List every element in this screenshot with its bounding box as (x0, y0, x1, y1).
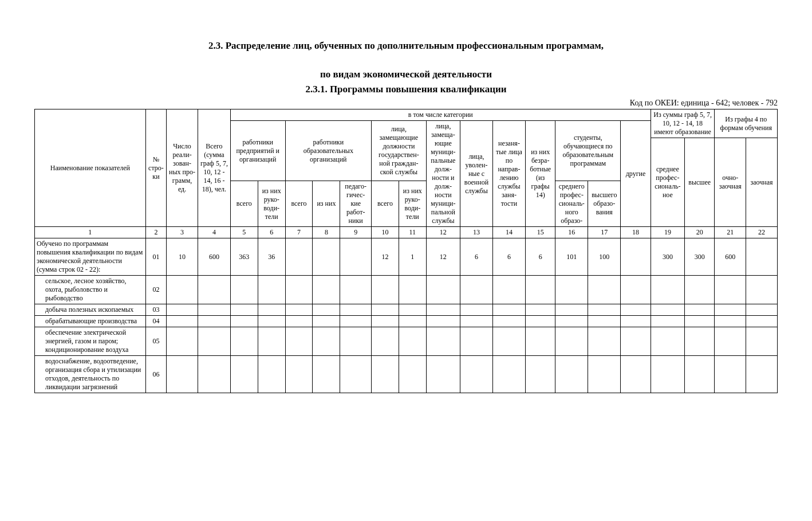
cell (588, 356, 621, 393)
cell (340, 327, 372, 356)
row-name: обрабатывающие производства (35, 316, 146, 327)
cell (651, 327, 684, 356)
cell (621, 304, 651, 316)
coln-14: 14 (492, 227, 525, 238)
hdr-state: лица, замещающие должности государствен-… (372, 121, 427, 181)
hdr-name: Наименование показателей (35, 109, 146, 227)
cell (198, 276, 230, 304)
cell (525, 304, 555, 316)
cell (685, 356, 715, 393)
cell (492, 316, 525, 327)
cell (340, 276, 372, 304)
cell (258, 304, 285, 316)
cell (399, 304, 426, 316)
cell: 6 (460, 238, 492, 276)
cell: 02 (145, 276, 166, 304)
hdr-edu-ped: педаго-гичес-кие работ-ники (340, 181, 372, 227)
hdr-edu-ofthem: из них (313, 181, 340, 227)
hdr-distance: заочная (746, 138, 778, 227)
cell (340, 316, 372, 327)
coln-1: 1 (35, 227, 146, 238)
hdr-ent-total: всего (230, 181, 258, 227)
coln-22: 22 (746, 227, 778, 238)
cell: 101 (555, 238, 588, 276)
cell (746, 316, 778, 327)
cell (399, 276, 426, 304)
coln-8: 8 (313, 227, 340, 238)
cell (258, 356, 285, 393)
cell: 01 (145, 238, 166, 276)
coln-2: 2 (145, 227, 166, 238)
cell (621, 276, 651, 304)
coln-21: 21 (715, 227, 746, 238)
hdr-edu: работники образовательных организаций (285, 121, 371, 181)
cell (621, 327, 651, 356)
cell (313, 276, 340, 304)
hdr-higher: высшее (685, 138, 715, 227)
cell (285, 238, 313, 276)
hdr-of-unemp: из них безра-ботные (из графы 14) (525, 121, 555, 227)
hdr-unemp: незаня-тые лица по направ-лению службы з… (492, 121, 525, 227)
cell (715, 327, 746, 356)
hdr-stud-vo: высшего образо-вания (588, 181, 621, 227)
cell (372, 327, 399, 356)
cell: 12 (372, 238, 399, 276)
cell (399, 327, 426, 356)
hdr-military: лица, уволен-ные с военной службы (460, 121, 492, 227)
coln-18: 18 (621, 227, 651, 238)
title-line-2: по видам экономической деятельности (34, 69, 778, 80)
cell (460, 276, 492, 304)
hdr-others: другие (621, 121, 651, 227)
cell (525, 356, 555, 393)
cell (651, 316, 684, 327)
cell (685, 327, 715, 356)
coln-9: 9 (340, 227, 372, 238)
cell (685, 304, 715, 316)
cell (399, 356, 426, 393)
cell (460, 304, 492, 316)
cell (167, 316, 198, 327)
hdr-state-total: всего (372, 181, 399, 227)
cell (588, 327, 621, 356)
coln-4: 4 (198, 227, 230, 238)
cell (555, 327, 588, 356)
hdr-ent-mgr: из них руко-води-тели (258, 181, 285, 227)
cell (460, 327, 492, 356)
cell: 10 (167, 238, 198, 276)
cell (746, 327, 778, 356)
cell (285, 304, 313, 316)
cell (621, 356, 651, 393)
cell (492, 327, 525, 356)
row-name: добыча полезных ископаемых (35, 304, 146, 316)
coln-16: 16 (555, 227, 588, 238)
hdr-spo: среднее профес-сиональ-ное (651, 138, 684, 227)
cell (525, 327, 555, 356)
cell: 300 (651, 238, 684, 276)
coln-5: 5 (230, 227, 258, 238)
cell (651, 276, 684, 304)
hdr-edu-total: всего (285, 181, 313, 227)
cell (198, 356, 230, 393)
cell (285, 316, 313, 327)
table-row: Обучено по программам повышения квалифик… (35, 238, 778, 276)
coln-11: 11 (399, 227, 426, 238)
table-row: водоснабжение, водоотведение, организаци… (35, 356, 778, 393)
cell (372, 316, 399, 327)
title-line-1: 2.3. Распределение лиц, обученных по доп… (34, 40, 778, 52)
coln-20: 20 (685, 227, 715, 238)
cell (715, 304, 746, 316)
cell (426, 327, 460, 356)
cell (372, 356, 399, 393)
hdr-state-mgr: из них руко-води-тели (399, 181, 426, 227)
hdr-students: студенты, обучающиеся по образовательным… (555, 121, 621, 181)
cell (340, 238, 372, 276)
row-name: сельское, лесное хозяйство, охота, рыбол… (35, 276, 146, 304)
row-name: водоснабжение, водоотведение, организаци… (35, 356, 146, 393)
cell (230, 327, 258, 356)
cell (258, 276, 285, 304)
cell (167, 304, 198, 316)
cell (426, 304, 460, 316)
cell: 363 (230, 238, 258, 276)
cell (621, 316, 651, 327)
cell (167, 276, 198, 304)
